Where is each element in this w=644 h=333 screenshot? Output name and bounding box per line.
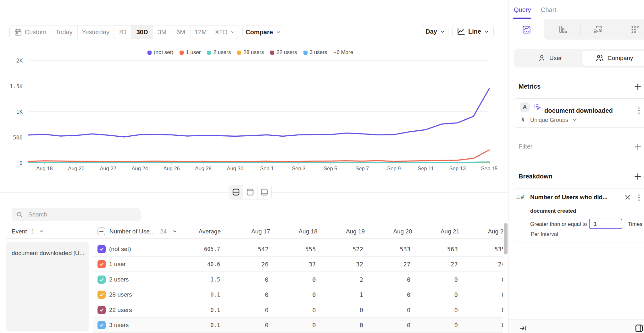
add-filter-button[interactable] <box>634 143 641 150</box>
numeric-property-icon: # <box>521 194 524 200</box>
average-value: 0.1 <box>176 318 220 333</box>
layout-split-button[interactable] <box>229 185 243 199</box>
breakdown-menu-button[interactable] <box>638 194 640 201</box>
y-axis-label: 2K <box>16 57 23 64</box>
tab-flows[interactable] <box>580 19 616 40</box>
series-label: 22 users <box>109 303 132 318</box>
cell-value: 32 <box>325 257 363 272</box>
tab-retention[interactable] <box>617 19 644 40</box>
cell-value: 0 <box>231 318 269 333</box>
series-checkbox[interactable] <box>97 291 106 299</box>
tab-chart[interactable]: Chart <box>541 6 556 14</box>
cell-value: 533 <box>373 242 411 257</box>
series-label: 28 users <box>109 287 132 302</box>
cell-value: 0 <box>468 287 503 302</box>
average-column-header[interactable]: Average <box>176 228 221 235</box>
x-axis-label: Sep 1 <box>260 166 274 171</box>
active-tab-underline <box>513 18 531 19</box>
y-axis-label: 500 <box>13 134 23 141</box>
cell-value: 0 <box>325 303 363 318</box>
metric-card[interactable]: A document downloaded # Unique Groups <box>514 98 644 128</box>
x-axis-label: Aug 24 <box>131 166 148 171</box>
cell-value: 542 <box>231 242 269 257</box>
date-column-header[interactable]: Aug 21 <box>426 228 474 235</box>
add-breakdown-button[interactable] <box>634 173 641 180</box>
table-row: 1 user40.6263732272724 <box>0 257 503 272</box>
drag-handle-icon[interactable] <box>516 195 520 199</box>
entity-company-label: Company <box>608 55 633 62</box>
event-column-header[interactable]: Event 1 <box>12 228 44 235</box>
metric-menu-button[interactable] <box>638 107 640 114</box>
tab-insights[interactable] <box>508 19 544 40</box>
y-axis-label: 1K <box>16 109 23 115</box>
check-icon <box>99 277 104 282</box>
entity-user-label: User <box>549 55 562 62</box>
tab-query[interactable]: Query <box>514 6 531 14</box>
query-sidebar: Query Chart User Company <box>508 0 644 333</box>
aggregation-label: Unique Groups <box>530 117 568 123</box>
x-axis-label: Sep 11 <box>418 166 434 171</box>
breakdown-times-label: Times <box>628 221 642 227</box>
cell-value: 0 <box>231 287 269 302</box>
cell-value: 0 <box>420 272 458 287</box>
date-column-header[interactable]: Aug 20 <box>379 228 426 235</box>
cell-value: 27 <box>420 257 458 272</box>
entity-company-option[interactable]: Company <box>582 51 644 66</box>
breakdown-column-header[interactable]: Number of Use... 24 <box>109 228 177 235</box>
insights-report-page: CustomTodayYesterday7D30D3M6M12MXTD Comp… <box>0 0 644 333</box>
table-search <box>12 208 141 221</box>
x-axis-label: Sep 9 <box>387 166 401 171</box>
layout-chart-only-button[interactable] <box>243 185 257 199</box>
x-axis-label: Aug 30 <box>227 166 243 171</box>
breakdown-card[interactable]: # Number of Users who did... document cr… <box>514 188 644 242</box>
x-axis-label: Aug 28 <box>195 166 212 171</box>
tab-funnels[interactable] <box>544 19 580 40</box>
layout-table-only-button[interactable] <box>258 185 271 199</box>
cell-value: 0 <box>231 272 269 287</box>
chevron-down-icon <box>573 118 577 122</box>
table-row: 2 users1.5002000 <box>0 272 503 287</box>
series-line-1 user[interactable] <box>29 150 489 162</box>
average-value: 1.5 <box>176 272 220 287</box>
entity-user-option[interactable]: User <box>523 49 577 68</box>
aggregation-dropdown[interactable]: Unique Groups <box>530 117 577 123</box>
close-icon[interactable] <box>625 194 630 200</box>
layout-toggle <box>229 185 272 199</box>
cell-value: 0 <box>373 303 411 318</box>
dots-grid-icon <box>630 25 639 34</box>
add-metric-button[interactable] <box>634 83 641 90</box>
cell-value: 0 <box>468 318 503 333</box>
cell-value: 0 <box>325 318 363 333</box>
series-checkbox[interactable] <box>97 276 106 284</box>
cell-value: 24 <box>468 257 503 272</box>
collapse-sidebar-icon[interactable] <box>520 325 526 331</box>
search-input[interactable] <box>28 211 132 218</box>
date-column-header[interactable]: Aug 17 <box>237 228 284 235</box>
series-checkbox[interactable] <box>97 306 106 314</box>
series-checkbox[interactable] <box>97 260 106 268</box>
series-line-2 users[interactable] <box>29 162 489 162</box>
sidebar-footer <box>508 319 644 333</box>
series-line-(not set)[interactable] <box>29 89 489 137</box>
date-column-header[interactable]: Aug 18 <box>285 228 332 235</box>
series-checkbox[interactable] <box>97 245 106 253</box>
line-chart[interactable]: 05001K1.5K2KAug 18Aug 20Aug 22Aug 24Aug … <box>0 0 508 176</box>
tab-divider <box>617 23 617 36</box>
cell-value: 0 <box>420 287 458 302</box>
select-all-checkbox[interactable] <box>97 227 105 235</box>
date-column-header[interactable]: Aug 22 <box>474 228 503 235</box>
search-icon <box>16 211 23 218</box>
table-scrollbar[interactable] <box>504 223 508 254</box>
metric-event-name: document downloaded <box>544 107 613 114</box>
event-click-icon <box>533 103 542 112</box>
series-label: 1 user <box>109 257 126 272</box>
toggle-panel-icon[interactable] <box>635 324 643 332</box>
cell-value: 27 <box>373 257 411 272</box>
event-column-count: 1 <box>31 228 35 235</box>
cell-value: 0 <box>468 272 503 287</box>
times-value-input[interactable]: 1 <box>589 219 622 229</box>
x-axis-label: Sep 5 <box>324 166 337 171</box>
date-column-header[interactable]: Aug 19 <box>332 228 379 235</box>
series-checkbox[interactable] <box>97 321 106 329</box>
x-axis-label: Aug 22 <box>100 166 116 171</box>
